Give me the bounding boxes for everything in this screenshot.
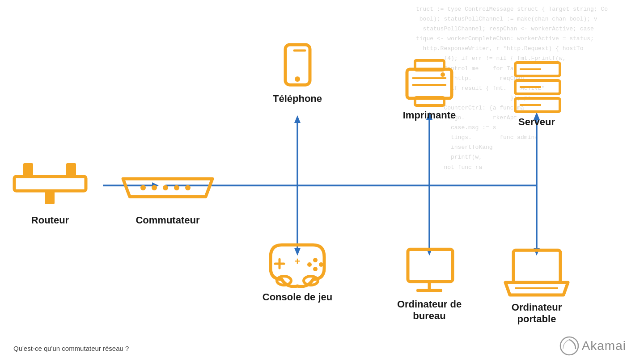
svg-rect-44 (408, 249, 453, 282)
svg-rect-13 (66, 163, 76, 177)
svg-point-41 (307, 262, 312, 267)
ordinateur-bureau-label: Ordinateur de (397, 299, 462, 310)
svg-marker-4 (294, 248, 301, 256)
svg-point-28 (441, 72, 445, 77)
svg-point-19 (185, 185, 191, 190)
svg-rect-23 (407, 69, 452, 98)
commutateur-label: Commutateur (136, 215, 199, 226)
svg-point-22 (295, 76, 300, 82)
akamai-logo: Akamai (559, 336, 626, 356)
akamai-icon (559, 336, 579, 356)
serveur-label: Serveur (518, 116, 555, 127)
svg-point-15 (140, 185, 146, 190)
router-label: Routeur (31, 215, 69, 226)
svg-rect-25 (415, 97, 444, 105)
svg-point-17 (163, 185, 168, 190)
console-label: Console de jeu (263, 291, 332, 303)
network-diagram: Routeur Commutateur Téléphone Imprimante… (0, 0, 644, 362)
svg-point-18 (174, 185, 179, 190)
svg-text:portable: portable (517, 313, 556, 324)
imprimante-label: Imprimante (403, 109, 456, 121)
svg-point-39 (319, 262, 323, 267)
svg-point-38 (313, 258, 318, 262)
svg-rect-12 (23, 163, 33, 177)
svg-rect-11 (14, 177, 86, 191)
svg-marker-3 (294, 115, 301, 123)
svg-text:bureau: bureau (413, 310, 445, 321)
svg-rect-14 (45, 191, 55, 204)
svg-point-16 (152, 185, 157, 190)
telephone-label: Téléphone (273, 93, 322, 104)
svg-point-40 (313, 267, 318, 271)
bottom-caption: Qu'est-ce qu'un commutateur réseau ? (13, 345, 129, 352)
akamai-label: Akamai (582, 339, 626, 353)
svg-rect-48 (513, 250, 560, 282)
svg-text:+: + (295, 256, 301, 267)
ordinateur-portable-label: Ordinateur (512, 302, 562, 313)
